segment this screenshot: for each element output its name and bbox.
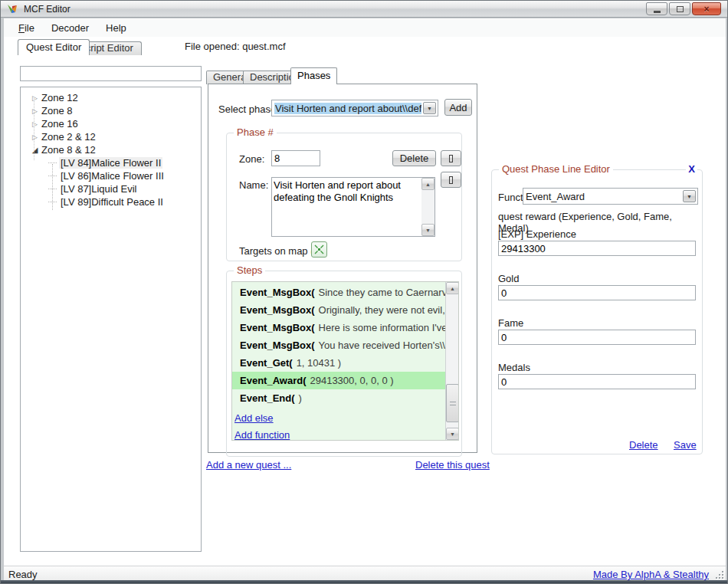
status-text: Ready	[8, 569, 38, 580]
tree-collapsed-icon[interactable]: ▷	[30, 94, 40, 102]
window-title: MCF Editor	[24, 4, 71, 15]
scrollbar-thumb[interactable]	[446, 384, 459, 422]
medals-label: Medals	[498, 362, 530, 373]
step-row-selected[interactable]: Event_Award(29413300, 0, 0, 0 )	[232, 372, 458, 389]
phases-tab-page: Select phase: Visit Horten and report ab…	[208, 84, 477, 453]
tab-phases[interactable]: Phases	[290, 67, 337, 84]
app-logo-icon	[6, 3, 18, 15]
fame-label: Fame	[498, 317, 523, 329]
step-row[interactable]: Event_End()	[232, 389, 458, 407]
name-label: Name:	[239, 179, 268, 191]
menu-bar: File Decoder Help	[4, 18, 726, 37]
targets-on-map-label: Targets on map (1)	[239, 245, 323, 257]
add-function-link[interactable]: Add function	[234, 429, 290, 441]
credits-link[interactable]: Made By AlphA & Stealthy	[593, 569, 709, 580]
step-row[interactable]: Event_Get(1, 10431 )	[232, 354, 458, 372]
zone-tree[interactable]: ▷Zone 12 ▷Zone 8 ▷Zone 16 ▷Zone 2 & 12 ◢…	[20, 87, 202, 552]
medals-input[interactable]	[498, 374, 696, 389]
experience-input[interactable]	[498, 241, 696, 256]
tree-connector	[52, 164, 53, 210]
minimize-button[interactable]	[646, 2, 667, 15]
step-row[interactable]: Event_MsgBox(Originally, they were not e…	[232, 301, 458, 319]
gold-input[interactable]	[498, 285, 696, 300]
tree-branch	[48, 162, 57, 163]
select-phase-label: Select phase:	[218, 103, 279, 115]
move-down-button[interactable]	[441, 172, 461, 188]
move-up-button[interactable]	[441, 150, 461, 166]
add-phase-button[interactable]: Add	[444, 99, 472, 116]
gold-label: Gold	[498, 273, 519, 284]
function-value: Event_Award	[526, 191, 585, 202]
show-targets-button[interactable]	[311, 241, 327, 258]
line-save-link[interactable]: Save	[674, 439, 697, 451]
tree-item-zone[interactable]: ▷Zone 8	[21, 104, 201, 117]
file-opened-label: File opened: quest.mcf	[185, 41, 286, 52]
add-new-quest-link[interactable]: Add a new quest ...	[206, 459, 291, 471]
title-bar: MCF Editor ×	[1, 1, 727, 18]
tree-collapsed-icon[interactable]: ▷	[30, 107, 40, 115]
tree-item-quest[interactable]: [LV 89]Difficult Peace II	[21, 195, 201, 208]
name-scrollbar[interactable]: ▲ ▼	[421, 178, 435, 236]
tab-quest-editor[interactable]: Quest Editor	[18, 39, 90, 55]
scroll-down-icon[interactable]: ▼	[421, 224, 435, 236]
phase-group-title: Phase #	[234, 126, 277, 138]
tree-item-zone[interactable]: ▷Zone 2 & 12	[21, 130, 201, 143]
phase-groupbox: Phase # Zone: Delete Name: Visit Horten …	[226, 133, 462, 261]
menu-file[interactable]: File	[13, 20, 40, 36]
tree-item-quest[interactable]: [LV 84]Malice Flower II	[21, 156, 201, 169]
tree-item-quest[interactable]: [LV 87]Liquid Evil	[21, 182, 201, 195]
delete-this-quest-link[interactable]: Delete this quest	[415, 459, 490, 471]
search-input[interactable]	[20, 66, 202, 81]
phase-select-combobox[interactable]: Visit Horten and report about\\defeating…	[271, 100, 438, 116]
phase-name-textarea[interactable]: Visit Horten and report about defeating …	[274, 179, 421, 235]
tree-item-zone[interactable]: ▷Zone 16	[21, 117, 201, 130]
function-combobox[interactable]: Event_Award ▼	[523, 188, 698, 205]
thumb-grip-icon	[450, 402, 456, 405]
menu-decoder[interactable]: Decoder	[46, 20, 94, 36]
tree-connector	[34, 98, 34, 160]
scroll-up-icon[interactable]: ▲	[421, 178, 435, 190]
chevron-down-icon[interactable]: ▼	[423, 102, 436, 114]
zone-label: Zone:	[239, 153, 264, 165]
resize-grip-icon[interactable]	[716, 571, 723, 579]
experience-label: [EXP] Experience	[498, 228, 576, 240]
close-icon: ×	[703, 5, 709, 14]
tree-item-zone[interactable]: ◢Zone 8 & 12	[21, 143, 201, 156]
move-down-icon	[449, 176, 453, 184]
steps-scrollbar[interactable]: ▲ ▼	[445, 282, 458, 440]
minimize-icon	[654, 11, 661, 13]
step-row[interactable]: Event_MsgBox(You have received Horten's\…	[232, 336, 458, 354]
zone-input[interactable]	[271, 150, 320, 166]
menu-help[interactable]: Help	[100, 20, 132, 36]
maximize-icon	[677, 6, 684, 12]
targets-map-icon	[314, 244, 324, 254]
line-editor-title: Quest Phase Line Editor	[499, 163, 613, 175]
tree-expanded-icon[interactable]: ◢	[30, 146, 40, 154]
add-else-link[interactable]: Add else	[234, 412, 274, 424]
steps-list[interactable]: Event_MsgBox(Since they came to Caernarv…	[231, 281, 459, 441]
step-row[interactable]: Event_MsgBox(Since they came to Caernarv…	[232, 284, 458, 301]
steps-groupbox: Steps Event_MsgBox(Since they came to Ca…	[226, 271, 462, 457]
steps-group-title: Steps	[234, 264, 265, 276]
main-tab-strip: Quest Editor Script Editor File opened: …	[4, 37, 726, 55]
scroll-down-icon[interactable]: ▼	[446, 428, 459, 440]
step-row[interactable]: Event_MsgBox(Here is some information I'…	[232, 319, 458, 336]
fame-input[interactable]	[498, 330, 696, 345]
maximize-button[interactable]	[669, 2, 690, 15]
tree-item-zone[interactable]: ▷Zone 12	[21, 91, 201, 104]
phase-name-field: Visit Horten and report about defeating …	[271, 177, 435, 237]
quest-phase-line-editor: Quest Phase Line Editor X Function: Even…	[491, 169, 703, 454]
tree-collapsed-icon[interactable]: ▷	[30, 120, 40, 128]
status-bar: Ready Made By AlphA & Stealthy	[4, 566, 726, 582]
close-editor-icon[interactable]: X	[686, 163, 697, 175]
tree-item-quest[interactable]: [LV 86]Malice Flower III	[21, 169, 201, 182]
close-button[interactable]: ×	[692, 2, 721, 15]
line-delete-link[interactable]: Delete	[629, 439, 658, 451]
tree-collapsed-icon[interactable]: ▷	[30, 133, 40, 141]
delete-phase-button[interactable]: Delete	[392, 150, 436, 166]
chevron-down-icon[interactable]: ▼	[683, 190, 696, 202]
move-up-icon	[449, 155, 453, 162]
phase-select-value: Visit Horten and report about\\defeating	[274, 103, 421, 114]
scroll-up-icon[interactable]: ▲	[446, 282, 459, 294]
quest-editor-page: ▷Zone 12 ▷Zone 8 ▷Zone 16 ▷Zone 2 & 12 ◢…	[4, 55, 726, 566]
